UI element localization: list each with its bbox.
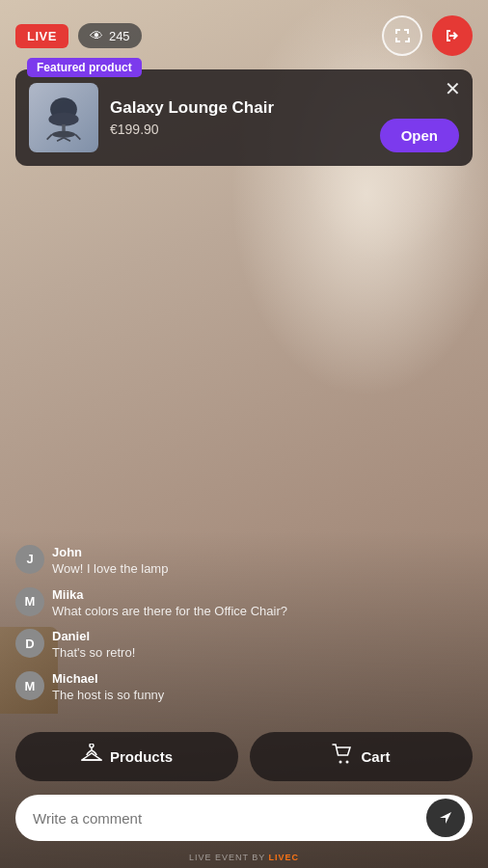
live-badge: LIVE [15,24,68,48]
avatar-daniel: D [15,629,44,658]
product-info: Galaxy Lounge Chair €199.90 [110,98,368,137]
comment-input[interactable] [33,810,426,827]
svg-line-7 [64,138,70,141]
product-price: €199.90 [110,122,368,137]
exit-button[interactable] [432,15,473,56]
fullscreen-button[interactable] [382,15,422,56]
chat-message-3: D Daniel That's so retro! [15,629,473,662]
cart-icon [332,744,353,770]
chat-message-1: J John Wow! I love the lamp [15,545,473,578]
message-text-3: That's so retro! [52,645,135,662]
message-text-2: What colors are there for the Office Cha… [52,604,287,620]
cart-label: Cart [361,748,390,765]
card-content: Galaxy Lounge Chair €199.90 Open [29,83,459,152]
message-text-4: The host is so funny [52,688,164,704]
cart-button[interactable]: Cart [250,732,473,781]
viewer-count: 245 [109,29,130,43]
product-name: Galaxy Lounge Chair [110,98,368,118]
message-body-2: Miika What colors are there for the Offi… [52,587,287,620]
eye-icon: 👁 [90,28,103,43]
username-daniel: Daniel [52,629,135,645]
open-button[interactable]: Open [380,119,459,152]
chat-area: J John Wow! I love the lamp M Miika What… [15,545,473,704]
message-body-3: Daniel That's so retro! [52,629,135,662]
svg-point-1 [48,113,78,126]
svg-line-6 [57,138,64,141]
svg-point-8 [339,761,342,764]
action-bar: Products Cart [15,732,473,781]
chair-illustration [39,93,89,143]
avatar-john: J [15,545,44,574]
footer-prefix: LIVE EVENT BY [189,853,269,862]
username-michael: Michael [52,671,164,688]
username-john: John [52,545,168,561]
avatar-michael: M [15,671,44,700]
close-button[interactable]: ✕ [445,79,461,98]
featured-label: Featured product [27,58,142,77]
chat-message-2: M Miika What colors are there for the Of… [15,587,473,620]
top-bar: LIVE 👁 245 [15,15,473,56]
exit-icon [444,27,461,44]
avatar-miika: M [15,587,44,616]
comment-bar [15,795,473,841]
svg-point-3 [52,131,75,138]
featured-product-card: Featured product ✕ Galaxy Lounge Cha [15,69,473,166]
top-right-controls [382,15,473,56]
top-left-controls: LIVE 👁 245 [15,23,142,48]
chat-message-4: M Michael The host is so funny [15,671,473,704]
svg-line-4 [47,134,52,139]
hanger-icon [81,744,102,765]
products-label: Products [110,748,173,765]
footer: LIVE EVENT BY LIVEC [0,853,488,862]
username-miika: Miika [52,587,287,604]
message-body-1: John Wow! I love the lamp [52,545,168,578]
fullscreen-icon [393,27,411,44]
products-icon [81,744,102,770]
svg-line-5 [75,134,80,139]
svg-point-9 [346,761,349,764]
products-button[interactable]: Products [15,732,238,781]
send-button[interactable] [426,799,465,837]
shopping-cart-icon [332,744,353,765]
viewers-badge: 👁 245 [78,23,142,48]
product-image [29,83,98,152]
footer-brand: LIVEC [269,853,300,862]
message-text-1: Wow! I love the lamp [52,561,168,578]
message-body-4: Michael The host is so funny [52,671,164,704]
send-icon [437,809,454,827]
